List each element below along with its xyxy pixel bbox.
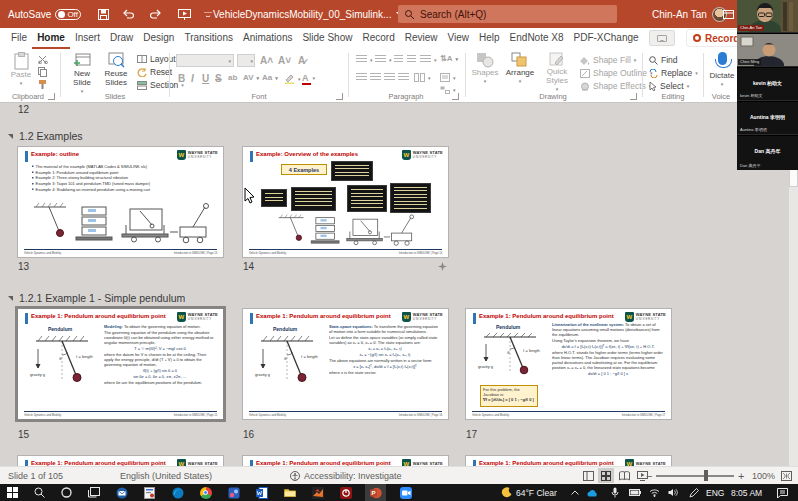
task-view-icon[interactable] xyxy=(87,486,100,499)
participant-video-1[interactable]: Chin-An Tan xyxy=(737,0,798,33)
document-app-icon[interactable] xyxy=(143,486,156,499)
slide-thumbnail-13[interactable]: Example: outline W WAYNE STATEUNIVERSITY… xyxy=(18,147,223,257)
word-icon[interactable] xyxy=(255,486,268,499)
shape-effects-button[interactable]: Shape Effects▾ xyxy=(580,81,651,91)
increase-indent-icon[interactable] xyxy=(407,55,416,64)
character-spacing-icon[interactable]: AV▾ xyxy=(243,73,259,82)
section-header-examples[interactable]: 1.2 Examples xyxy=(8,130,83,142)
photos-app-icon[interactable] xyxy=(227,486,240,499)
paste-button[interactable]: Paste▾ xyxy=(6,52,36,88)
section-button[interactable]: Section▾ xyxy=(137,80,184,90)
fit-to-window-button[interactable] xyxy=(778,468,794,483)
clear-formatting-icon[interactable]: A̷ xyxy=(298,55,305,66)
taskbar-search-icon[interactable] xyxy=(33,486,46,499)
align-right-icon[interactable] xyxy=(384,73,395,82)
columns-icon[interactable]: ▾ xyxy=(414,73,431,82)
dictate-button[interactable]: Dictate▾ xyxy=(708,52,736,89)
tab-animations[interactable]: Animations xyxy=(238,29,297,49)
powerpoint-icon[interactable]: P xyxy=(369,486,382,499)
participant-tile-3[interactable]: kevin 柏劭文 kevin 柏劭文 xyxy=(737,68,798,101)
participant-tile-5[interactable]: Dan 高丹年 Dan 高丹年 xyxy=(737,136,798,170)
font-size-combo[interactable]: ▾ xyxy=(237,54,255,67)
microphone-tray-icon[interactable] xyxy=(608,486,621,499)
shrink-font-icon[interactable]: A˅ xyxy=(278,55,291,66)
tab-draw[interactable]: Draw xyxy=(105,29,138,49)
font-dialog-launcher-icon[interactable] xyxy=(336,93,343,100)
mail-app-icon[interactable] xyxy=(115,486,128,499)
slide-thumbnail-18-partial[interactable]: Example 1: Pendulum around equilibrium p… xyxy=(18,456,223,466)
comments-button[interactable] xyxy=(649,30,675,46)
tray-chevron-up-icon[interactable] xyxy=(568,486,581,499)
zoom-level[interactable]: 100% xyxy=(752,467,775,484)
strikethrough-icon[interactable]: S xyxy=(215,73,222,84)
tab-review[interactable]: Review xyxy=(400,29,443,49)
reading-view-button[interactable] xyxy=(616,468,632,483)
font-color-icon[interactable]: A▾ xyxy=(302,73,315,83)
clock[interactable]: 8:05 AM xyxy=(731,484,762,501)
tab-design[interactable]: Design xyxy=(138,29,179,49)
highlight-color-icon[interactable]: ▾ xyxy=(284,73,301,84)
save-icon[interactable] xyxy=(95,6,111,22)
edge-icon[interactable] xyxy=(171,486,184,499)
wifi-icon[interactable] xyxy=(648,486,661,499)
normal-view-button[interactable] xyxy=(580,468,596,483)
participant-tile-4[interactable]: Auntina 李明明 Auntina 李明明 xyxy=(737,102,798,135)
font-name-combo[interactable]: ▾ xyxy=(176,54,234,67)
arrange-button[interactable]: Arrange▾ xyxy=(504,52,536,86)
line-spacing-icon[interactable]: ▾ xyxy=(420,55,437,64)
tab-home[interactable]: Home xyxy=(32,29,70,49)
text-direction-icon[interactable]: ⇅A▾ xyxy=(440,54,458,63)
italic-icon[interactable]: I xyxy=(191,73,194,84)
quick-styles-button[interactable]: Quick Styles▾ xyxy=(540,52,574,94)
pen-input-icon[interactable] xyxy=(687,486,700,499)
reset-button[interactable]: Reset xyxy=(137,67,172,77)
tab-file[interactable]: File xyxy=(6,29,32,49)
chrome-icon[interactable] xyxy=(199,486,212,499)
text-shadow-icon[interactable]: ab xyxy=(228,73,237,82)
clipboard-dialog-launcher-icon[interactable] xyxy=(48,93,55,100)
tab-view[interactable]: View xyxy=(443,29,475,49)
slide-sorter-view-button[interactable] xyxy=(598,468,614,483)
change-case-icon[interactable]: Aa▾ xyxy=(262,73,278,82)
zoom-slider-thumb[interactable] xyxy=(704,470,708,481)
slide-thumbnail-20-partial[interactable]: Example 1: Pendulum around equilibrium p… xyxy=(466,456,671,466)
volume-icon[interactable] xyxy=(666,486,679,499)
zoom-app-icon[interactable] xyxy=(399,486,412,499)
zoom-in-button[interactable]: + xyxy=(738,467,744,484)
drawing-dialog-launcher-icon[interactable] xyxy=(630,93,637,100)
cortana-icon[interactable] xyxy=(60,486,73,499)
align-center-icon[interactable] xyxy=(370,73,381,82)
tab-endnote[interactable]: EndNote X8 xyxy=(505,29,569,49)
layout-button[interactable]: Layout▾ xyxy=(137,54,181,64)
reuse-slides-button[interactable]: Reuse Slides xyxy=(100,52,132,87)
accessibility-status[interactable]: Accessibility: Investigate xyxy=(290,467,402,484)
participant-video-2[interactable]: Chen Ming xyxy=(737,34,798,67)
slide-thumbnail-15[interactable]: Example 1: Pendulum around equilibrium p… xyxy=(18,309,223,419)
tab-transitions[interactable]: Transitions xyxy=(179,29,238,49)
tab-insert[interactable]: Insert xyxy=(70,29,105,49)
ribbon-display-options-icon[interactable] xyxy=(720,6,736,22)
slide-thumbnail-19-partial[interactable]: Example 1: Pendulum around equilibrium p… xyxy=(243,456,448,466)
tab-help[interactable]: Help xyxy=(474,29,505,49)
select-button[interactable]: Select▾ xyxy=(649,81,689,91)
new-slide-button[interactable]: New Slide▾ xyxy=(66,52,98,96)
shapes-button[interactable]: Shapes▾ xyxy=(470,52,500,86)
slide-thumbnail-17[interactable]: Example 1: Pendulum around equilibrium p… xyxy=(466,309,671,419)
matlab-icon[interactable] xyxy=(311,486,324,499)
search-input[interactable]: Search (Alt+Q) xyxy=(398,5,617,23)
autosave-toggle[interactable]: AutoSave Off xyxy=(8,0,81,28)
align-left-icon[interactable] xyxy=(356,73,367,82)
slide-position-indicator[interactable]: Slide 1 of 105 xyxy=(8,467,63,484)
justify-icon[interactable] xyxy=(398,73,409,82)
copy-icon[interactable] xyxy=(38,67,47,77)
weather-status[interactable]: 64°F Clear xyxy=(516,484,557,501)
redo-icon[interactable] xyxy=(148,6,164,22)
language-tray-indicator[interactable]: ENG xyxy=(706,484,724,501)
cut-icon[interactable] xyxy=(38,55,48,64)
tab-pdf-xchange[interactable]: PDF-XChange xyxy=(569,29,644,49)
align-text-icon[interactable]: ▾ xyxy=(440,73,456,82)
tab-record[interactable]: Record xyxy=(357,29,399,49)
language-indicator[interactable]: English (United States) xyxy=(120,467,212,484)
account-button[interactable]: Chin-An Tan xyxy=(652,0,727,28)
find-button[interactable]: Find xyxy=(649,55,678,65)
